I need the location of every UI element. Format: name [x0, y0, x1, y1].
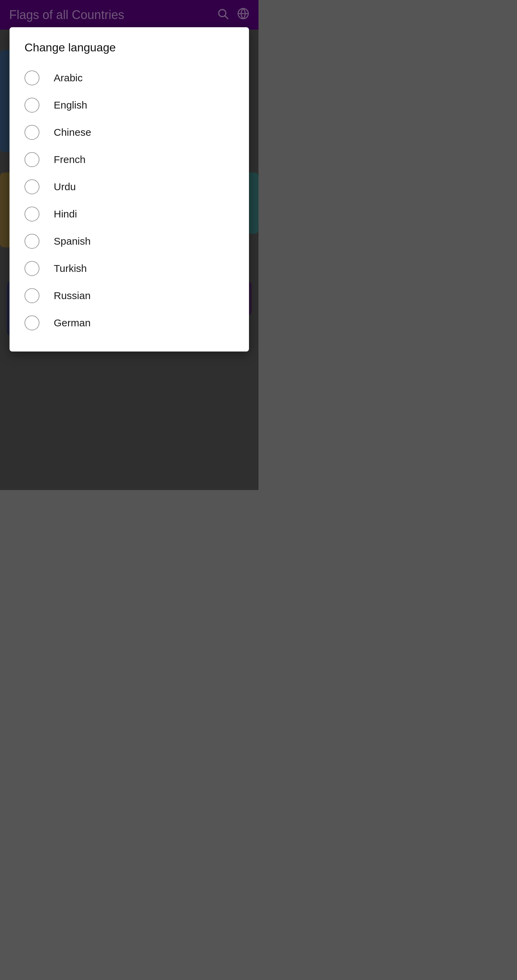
language-option-french[interactable]: French — [24, 146, 234, 173]
radio-hindi[interactable] — [24, 207, 40, 221]
language-option-urdu[interactable]: Urdu — [24, 173, 234, 200]
radio-english[interactable] — [24, 98, 40, 113]
radio-inner-russian — [29, 293, 35, 299]
radio-inner-turkish — [29, 266, 35, 272]
radio-inner-spanish — [29, 238, 35, 244]
language-label-chinese: Chinese — [54, 127, 91, 138]
language-option-spanish[interactable]: Spanish — [24, 228, 234, 255]
language-dialog: Change language Arabic English Chinese F… — [10, 27, 249, 352]
language-option-english[interactable]: English — [24, 92, 234, 119]
language-label-english: English — [54, 99, 87, 111]
radio-inner-french — [29, 156, 35, 163]
radio-russian[interactable] — [24, 288, 40, 303]
language-option-german[interactable]: German — [24, 309, 234, 337]
language-label-hindi: Hindi — [54, 208, 77, 220]
language-option-chinese[interactable]: Chinese — [24, 119, 234, 146]
radio-chinese[interactable] — [24, 125, 40, 140]
radio-inner-german — [29, 320, 35, 326]
radio-inner-chinese — [29, 129, 35, 135]
radio-turkish[interactable] — [24, 261, 40, 276]
radio-french[interactable] — [24, 152, 40, 167]
language-option-turkish[interactable]: Turkish — [24, 255, 234, 282]
radio-urdu[interactable] — [24, 179, 40, 194]
radio-inner-hindi — [29, 211, 35, 217]
language-label-arabic: Arabic — [54, 72, 82, 84]
language-label-french: French — [54, 154, 86, 165]
language-label-russian: Russian — [54, 290, 90, 301]
radio-spanish[interactable] — [24, 234, 40, 249]
radio-german[interactable] — [24, 315, 40, 331]
radio-inner-arabic — [29, 75, 35, 81]
language-label-turkish: Turkish — [54, 263, 87, 274]
language-option-russian[interactable]: Russian — [24, 282, 234, 309]
language-label-spanish: Spanish — [54, 235, 90, 247]
radio-arabic[interactable] — [24, 70, 40, 86]
radio-inner-urdu — [29, 184, 35, 190]
dialog-title: Change language — [24, 41, 234, 54]
radio-inner-english — [29, 102, 35, 108]
language-option-arabic[interactable]: Arabic — [24, 64, 234, 92]
language-label-german: German — [54, 317, 90, 329]
language-label-urdu: Urdu — [54, 181, 76, 192]
language-option-hindi[interactable]: Hindi — [24, 200, 234, 228]
